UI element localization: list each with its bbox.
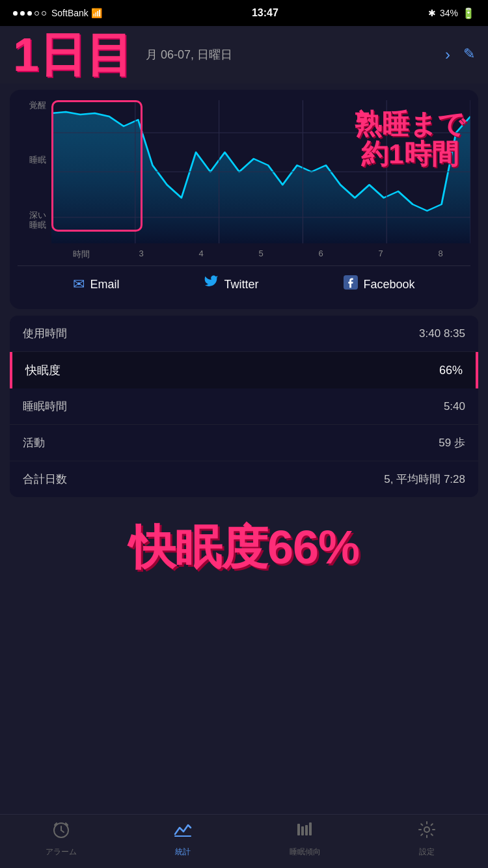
x-label-3: 3	[128, 249, 154, 260]
tab-trend[interactable]: 睡眠傾向	[273, 820, 338, 858]
x-label-6: 6	[308, 249, 334, 260]
wifi-icon: 📶	[91, 8, 102, 18]
tab-stats-label: 統計	[175, 847, 191, 858]
tab-alarm[interactable]: アラーム	[29, 820, 94, 858]
tab-stats[interactable]: 統計	[150, 820, 215, 858]
svg-rect-18	[309, 822, 312, 835]
facebook-icon	[344, 275, 358, 293]
stat-row-activity: 活動 59 歩	[10, 425, 478, 461]
stat-label-activity: 活動	[23, 435, 45, 450]
stat-value-activity: 59 歩	[439, 435, 465, 450]
signal-dot-1	[13, 11, 18, 16]
header-date: 月 06-07, 日曜日	[146, 47, 439, 62]
status-left: SoftBank 📶	[13, 8, 102, 18]
y-label-awake: 覚醒	[18, 100, 51, 111]
share-bar: ✉ Email Twitter Facebook	[18, 265, 470, 303]
svg-rect-17	[305, 825, 308, 835]
twitter-share-button[interactable]: Twitter	[204, 275, 258, 293]
signal-dot-2	[20, 11, 25, 16]
settings-icon	[417, 820, 437, 844]
status-time: 13:47	[252, 7, 278, 19]
stat-label-sleep-time: 睡眠時間	[23, 399, 67, 414]
facebook-label: Facebook	[363, 278, 414, 292]
carrier-name: SoftBank	[51, 8, 88, 18]
nav-edit-icon[interactable]: ✎	[463, 46, 475, 64]
email-label: Email	[90, 278, 119, 292]
tab-bar: アラーム 統計 睡眠傾向 設定	[0, 814, 488, 868]
stat-label-total-days: 合計日数	[23, 472, 67, 487]
header: 1日目 月 06-07, 日曜日 › ✎	[0, 26, 488, 83]
signal-dot-3	[27, 11, 32, 16]
battery-percent: 34%	[440, 8, 458, 18]
signal-dot-5	[42, 11, 46, 16]
svg-line-11	[61, 830, 64, 832]
status-right: ✱ 34% 🔋	[428, 7, 475, 20]
stats-icon	[173, 820, 193, 844]
stats-list: 使用時間 3:40 8:35 快眠度 66% 睡眠時間 5:40 活動 59 歩…	[10, 316, 478, 497]
x-label-7: 7	[368, 249, 394, 260]
svg-rect-14	[174, 835, 191, 837]
day-label: 1日目	[13, 31, 133, 78]
twitter-label: Twitter	[224, 278, 258, 292]
overlay-annotation: 熟睡まで 約1時間	[355, 109, 465, 169]
y-label-sleep: 睡眠	[18, 155, 51, 165]
signal-dot-4	[34, 11, 39, 16]
trend-icon	[295, 820, 315, 844]
stat-value-sleep-quality: 66%	[439, 364, 463, 377]
stat-value-total-days: 5, 平均時間 7:28	[384, 472, 465, 487]
y-label-deep: 深い睡眠	[18, 210, 51, 230]
svg-rect-15	[297, 824, 300, 835]
stat-value-usage: 3:40 8:35	[419, 327, 465, 340]
stat-row-sleep-quality: 快眠度 66%	[10, 352, 478, 388]
bluetooth-icon: ✱	[428, 8, 436, 18]
graph-card: 熟睡まで 約1時間 覚醒 睡眠 深い睡眠	[10, 90, 478, 309]
email-share-button[interactable]: ✉ Email	[73, 276, 119, 293]
x-label-jikan: 時間	[68, 249, 94, 260]
page-content: 1日目 月 06-07, 日曜日 › ✎ 熟睡まで 約1時間 覚醒 睡眠 深い睡…	[0, 26, 488, 664]
tab-trend-label: 睡眠傾向	[290, 847, 321, 858]
x-label-4: 4	[188, 249, 214, 260]
stat-label-sleep-quality: 快眠度	[25, 362, 61, 378]
stat-row-sleep-time: 睡眠時間 5:40	[10, 388, 478, 425]
graph-x-labels: 時間 3 4 5 6 7 8	[18, 249, 470, 260]
status-bar: SoftBank 📶 13:47 ✱ 34% 🔋	[0, 0, 488, 26]
stat-row-total-days: 合計日数 5, 平均時間 7:28	[10, 461, 478, 497]
battery-icon: 🔋	[462, 7, 475, 20]
header-nav: › ✎	[445, 46, 475, 64]
big-annotation: 快眠度66%	[0, 497, 488, 599]
x-label-5: 5	[248, 249, 274, 260]
nav-forward-icon[interactable]: ›	[445, 46, 450, 64]
graph-y-labels: 覚醒 睡眠 深い睡眠	[18, 100, 51, 246]
tab-settings-label: 設定	[419, 847, 435, 858]
stat-value-sleep-time: 5:40	[444, 400, 465, 413]
email-icon: ✉	[73, 276, 85, 293]
tab-alarm-label: アラーム	[46, 847, 77, 858]
svg-point-19	[424, 827, 429, 832]
tab-settings[interactable]: 設定	[394, 820, 459, 858]
alarm-icon	[51, 820, 71, 844]
x-label-8: 8	[427, 249, 454, 260]
stat-row-usage: 使用時間 3:40 8:35	[10, 316, 478, 352]
svg-rect-16	[301, 826, 304, 835]
stat-label-usage: 使用時間	[23, 326, 67, 341]
facebook-share-button[interactable]: Facebook	[344, 275, 414, 293]
twitter-icon	[204, 275, 219, 293]
